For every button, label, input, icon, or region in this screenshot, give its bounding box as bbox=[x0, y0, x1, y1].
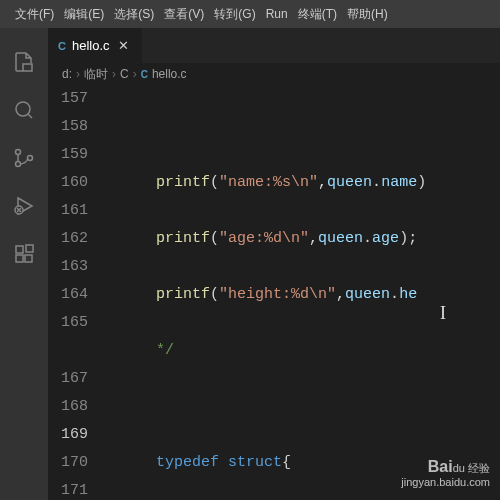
code-editor[interactable]: 157 158 159 160 161 162 163 164 165 167 … bbox=[48, 85, 500, 500]
extensions-icon[interactable] bbox=[0, 230, 48, 278]
tab-hello-c[interactable]: C hello.c ✕ bbox=[48, 28, 142, 63]
svg-rect-5 bbox=[16, 246, 23, 253]
debug-icon[interactable] bbox=[0, 182, 48, 230]
editor-area: C hello.c ✕ d: › 临时 › C › C hello.c 157 … bbox=[48, 28, 500, 500]
svg-point-3 bbox=[28, 156, 33, 161]
menu-selection[interactable]: 选择(S) bbox=[109, 6, 159, 23]
search-icon[interactable] bbox=[0, 86, 48, 134]
source-control-icon[interactable] bbox=[0, 134, 48, 182]
mouse-cursor-icon: I bbox=[440, 299, 446, 327]
menu-help[interactable]: 帮助(H) bbox=[342, 6, 393, 23]
menu-view[interactable]: 查看(V) bbox=[159, 6, 209, 23]
svg-point-2 bbox=[16, 162, 21, 167]
bc-part[interactable]: C bbox=[120, 67, 129, 81]
watermark: Baidu 经验 jingyan.baidu.com bbox=[401, 458, 490, 488]
c-file-icon: C bbox=[58, 40, 66, 52]
svg-point-1 bbox=[16, 150, 21, 155]
activity-bar bbox=[0, 28, 48, 500]
bc-part[interactable]: 临时 bbox=[84, 66, 108, 83]
menu-edit[interactable]: 编辑(E) bbox=[59, 6, 109, 23]
close-icon[interactable]: ✕ bbox=[116, 38, 132, 53]
menu-run[interactable]: Run bbox=[261, 7, 293, 21]
bc-part[interactable]: d: bbox=[62, 67, 72, 81]
menu-bar: 文件(F) 编辑(E) 选择(S) 查看(V) 转到(G) Run 终端(T) … bbox=[0, 0, 500, 28]
c-file-icon: C bbox=[141, 69, 148, 80]
svg-rect-7 bbox=[25, 255, 32, 262]
menu-file[interactable]: 文件(F) bbox=[10, 6, 59, 23]
code-content[interactable]: printf("name:%s\n",queen.name) printf("a… bbox=[106, 85, 500, 500]
menu-go[interactable]: 转到(G) bbox=[209, 6, 260, 23]
breadcrumb[interactable]: d: › 临时 › C › C hello.c bbox=[48, 63, 500, 85]
chevron-right-icon: › bbox=[76, 67, 80, 81]
chevron-right-icon: › bbox=[112, 67, 116, 81]
svg-rect-6 bbox=[16, 255, 23, 262]
chevron-right-icon: › bbox=[133, 67, 137, 81]
svg-rect-8 bbox=[26, 245, 33, 252]
menu-terminal[interactable]: 终端(T) bbox=[293, 6, 342, 23]
tab-bar: C hello.c ✕ bbox=[48, 28, 500, 63]
tab-filename: hello.c bbox=[72, 38, 110, 53]
svg-point-0 bbox=[16, 102, 30, 116]
explorer-icon[interactable] bbox=[0, 38, 48, 86]
bc-part[interactable]: hello.c bbox=[152, 67, 187, 81]
line-numbers: 157 158 159 160 161 162 163 164 165 167 … bbox=[48, 85, 106, 500]
